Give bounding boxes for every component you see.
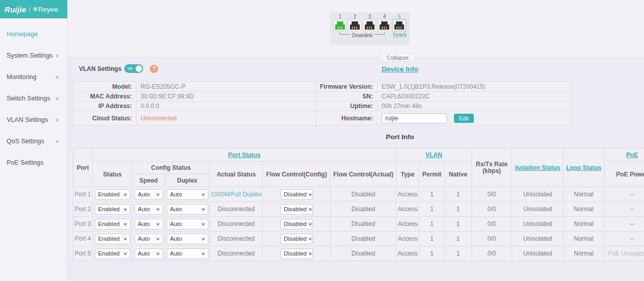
sidebar-item-vlan-settings[interactable]: VLAN Settings ∨	[0, 109, 67, 131]
col-status: Status	[93, 162, 132, 187]
table-row: MAC Address: 30:0D:9E:CF:99:8D SN: CAPL6…	[73, 92, 571, 101]
hostname-label: Hostname:	[316, 111, 378, 125]
duplex-select[interactable]: Auto∨	[167, 219, 208, 229]
permit-cell: 1	[419, 202, 445, 217]
actual-status-cell: Disconnected	[210, 232, 263, 246]
status-select[interactable]: Enabled∨	[95, 234, 130, 244]
model-value: RG-ES205GC-P	[137, 82, 316, 92]
select-value: Auto	[170, 250, 182, 257]
status-select[interactable]: Enabled∨	[95, 219, 130, 229]
chevron-down-icon: ∨	[155, 222, 160, 226]
sidebar-item-monitoring[interactable]: Monitoring ∨	[0, 66, 67, 88]
col-type: Type	[396, 162, 419, 187]
select-value: Auto	[138, 250, 150, 257]
table-row: IP Address: 0.0.0.0 Uptime: 00h 27min 48…	[73, 101, 571, 111]
hostname-input[interactable]	[382, 113, 447, 123]
table-row: Port 1 Enabled∨ Auto∨ Auto∨ 1000M/Full D…	[73, 187, 644, 202]
speed-select[interactable]: Auto∨	[135, 248, 163, 259]
collapse-button[interactable]: Collapse	[380, 53, 416, 62]
flow-control-select[interactable]: Disabled∨	[280, 248, 313, 259]
cloud-status-value: Unconnected	[137, 111, 316, 125]
port-icon-4[interactable]	[378, 20, 391, 31]
downlink-label-wrap: Downlink	[338, 32, 387, 39]
chevron-down-icon: ∨	[201, 251, 205, 256]
actual-status-cell: Disconnected	[210, 202, 263, 217]
speed-select[interactable]: Auto∨	[135, 204, 163, 215]
speed-select[interactable]: Auto∨	[135, 234, 163, 244]
flow-control-select[interactable]: Disabled∨	[280, 204, 313, 215]
speed-select[interactable]: Auto∨	[135, 219, 163, 229]
rate-line1: Rx/Tx Rate	[472, 161, 512, 168]
isolation-status-link[interactable]: Isolation Status	[515, 164, 560, 171]
port-number: 4	[378, 14, 391, 19]
port-cell: Port 5	[73, 246, 93, 261]
select-value: Enabled	[98, 236, 120, 242]
rate-cell: 0/0	[472, 202, 512, 217]
firmware-value: ESW_1.0(1)B1P3,Release(07200415)	[378, 82, 571, 92]
port-icon-3[interactable]	[363, 20, 376, 31]
rate-cell: 0/0	[472, 246, 512, 261]
port-icon-5-uplink[interactable]	[393, 20, 406, 31]
rate-cell: 0/0	[472, 187, 512, 202]
sidebar-item-qos-settings[interactable]: QoS Settings ∨	[0, 131, 67, 152]
status-select[interactable]: Enabled∨	[95, 189, 130, 200]
edit-button[interactable]: Edit	[454, 114, 474, 123]
chevron-down-icon: ∨	[201, 207, 205, 212]
port-icon-2[interactable]	[348, 20, 361, 31]
sidebar-item-poe-settings[interactable]: PoE Settings	[0, 152, 67, 173]
loop-cell: Normal	[564, 232, 604, 246]
status-select[interactable]: Enabled∨	[95, 204, 130, 215]
duplex-select[interactable]: Auto∨	[167, 234, 208, 244]
chevron-down-icon: ∨	[123, 237, 127, 241]
select-value: Auto	[138, 206, 150, 212]
sidebar-item-homepage[interactable]: Homepage	[0, 23, 67, 45]
permit-cell: 1	[419, 217, 445, 232]
port-diagram-panel: 1 2 3 4 5 Downlink Uplink	[330, 12, 410, 45]
select-value: Auto	[138, 236, 150, 242]
port-status-link[interactable]: Port Status	[228, 151, 261, 159]
select-value: Auto	[170, 191, 182, 197]
duplex-select[interactable]: Auto∨	[167, 189, 208, 200]
table-row: Port 2 Enabled∨ Auto∨ Auto∨ Disconnected…	[73, 202, 644, 217]
isolation-cell: Unisolated	[512, 232, 564, 246]
loop-status-link[interactable]: Loop Status	[566, 164, 601, 171]
status-select[interactable]: Enabled∨	[95, 248, 130, 259]
vlan-link[interactable]: VLAN	[425, 151, 442, 159]
flow-control-select[interactable]: Disabled∨	[280, 219, 313, 229]
device-info-title[interactable]: Device Info	[73, 65, 644, 73]
device-info-table: Model: RG-ES205GC-P Firmware Version: ES…	[73, 82, 571, 125]
port-numbers: 1 2 3 4 5	[334, 14, 410, 19]
poe-link[interactable]: PoE	[626, 151, 638, 159]
loop-cell: Normal	[564, 202, 604, 217]
select-value: Auto	[170, 236, 182, 242]
flow-actual-cell: Disabled	[331, 246, 396, 261]
select-value: Enabled	[98, 250, 120, 257]
speed-select[interactable]: Auto∨	[135, 189, 163, 200]
poe-power-cell: --	[604, 232, 644, 246]
flow-control-select[interactable]: Disabled∨	[280, 189, 313, 200]
collapse-label: Collapse	[387, 55, 409, 61]
duplex-select[interactable]: Auto∨	[167, 248, 208, 259]
duplex-select[interactable]: Auto∨	[167, 204, 208, 215]
port-info-table: Port Port Status VLAN Rx/Tx Rate (kbps) …	[73, 148, 644, 261]
chevron-down-icon: ∨	[201, 237, 205, 241]
isolation-cell: Unisolated	[512, 246, 564, 261]
sidebar-item-system-settings[interactable]: System Settings ∨	[0, 45, 67, 66]
sidebar-item-switch-settings[interactable]: Switch Settings ∨	[0, 88, 67, 109]
type-cell: Access	[396, 202, 419, 217]
header-group-row: Port Port Status VLAN Rx/Tx Rate (kbps) …	[73, 148, 644, 162]
actual-status-cell: 1000M/Full Duplex	[210, 187, 263, 202]
port-icon-1-connected[interactable]	[334, 20, 346, 31]
select-value: Disabled	[284, 191, 307, 197]
flow-control-select[interactable]: Disabled∨	[280, 234, 313, 244]
hostname-cell: Edit	[378, 111, 571, 125]
reyee-cn-icon: 睿	[33, 6, 38, 13]
ip-value: 0.0.0.0	[137, 101, 316, 111]
chevron-down-icon: ∨	[55, 117, 60, 122]
chevron-down-icon: ∨	[155, 192, 160, 197]
native-cell: 1	[445, 187, 472, 202]
permit-cell: 1	[419, 187, 445, 202]
chevron-down-icon: ∨	[308, 207, 312, 212]
chevron-down-icon: ∨	[123, 192, 127, 197]
sidebar: Ruijie | 睿 Reyee Homepage System Setting…	[0, 0, 68, 281]
